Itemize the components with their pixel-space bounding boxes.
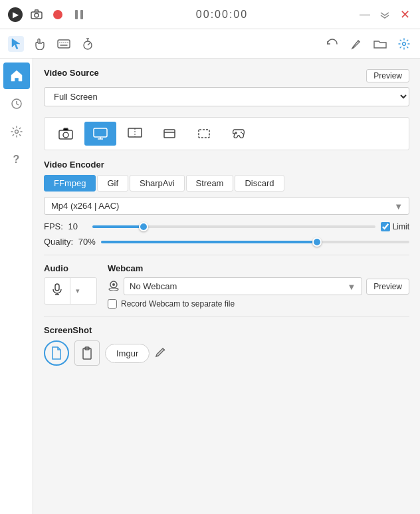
divider-1 <box>44 255 409 255</box>
pen-icon[interactable] <box>348 36 364 52</box>
record-icon[interactable] <box>51 7 65 22</box>
tab-stream[interactable]: Stream <box>186 175 234 192</box>
svg-point-20 <box>63 132 68 138</box>
format-select[interactable]: Mp4 (x264 | AAC) Mp4 (x265 | AAC) Avi <box>44 197 409 215</box>
svg-point-37 <box>112 283 115 286</box>
collapse-button[interactable] <box>377 7 392 22</box>
source-icon-gamepad[interactable] <box>223 122 255 146</box>
titlebar: ▶ 00:00:00 — ✕ <box>0 0 420 29</box>
close-button[interactable]: ✕ <box>397 7 412 22</box>
tab-discard[interactable]: Discard <box>235 175 284 192</box>
source-icon-region[interactable] <box>188 122 220 146</box>
toolbar-right <box>324 36 412 52</box>
svg-point-18 <box>15 130 18 134</box>
quality-slider-thumb[interactable] <box>312 237 322 247</box>
settings-icon[interactable] <box>396 36 412 52</box>
quality-slider-fill <box>101 241 317 243</box>
video-source-preview-button[interactable]: Preview <box>366 69 409 82</box>
svg-rect-2 <box>75 10 78 19</box>
titlebar-controls: — ✕ <box>358 7 412 22</box>
screenshot-file-icon[interactable] <box>44 340 69 366</box>
video-source-title: Video Source <box>44 68 99 78</box>
quality-slider-track[interactable] <box>101 241 409 243</box>
sidebar-item-help[interactable]: ? <box>3 146 30 173</box>
video-encoder-title: Video Encoder <box>44 160 409 170</box>
timer-tool[interactable] <box>80 36 96 52</box>
screenshot-title: ScreenShot <box>44 325 409 335</box>
svg-marker-4 <box>12 39 20 49</box>
toolbar-left <box>8 36 319 52</box>
tab-gif[interactable]: Gif <box>97 175 128 192</box>
svg-rect-33 <box>55 284 59 291</box>
fps-limit-row: Limit <box>381 222 409 231</box>
webcam-title: Webcam <box>108 263 409 273</box>
video-source-header: Video Source Preview <box>44 68 409 83</box>
svg-rect-26 <box>164 130 175 138</box>
keyboard-tool[interactable] <box>56 36 72 52</box>
svg-point-1 <box>35 13 39 17</box>
app-icon-symbol: ▶ <box>13 10 19 19</box>
pause-icon[interactable] <box>72 7 86 22</box>
cursor-tool[interactable] <box>8 36 24 52</box>
webcam-select[interactable]: No Webcam Default Webcam <box>124 277 362 295</box>
audio-title: Audio <box>44 263 97 273</box>
webcam-section: Webcam No Webcam Default Webcam <box>108 263 409 309</box>
content-area: Video Source Preview Full Screen <box>33 59 420 514</box>
hand-tool[interactable] <box>32 36 48 52</box>
sidebar-item-home[interactable] <box>3 63 30 89</box>
fps-label: FPS: 10 <box>44 221 87 231</box>
quality-slider-row: Quality: 70% <box>44 237 409 247</box>
fps-slider-fill <box>92 225 144 228</box>
svg-rect-3 <box>80 10 83 19</box>
audio-dropdown-button[interactable]: ▾ <box>70 281 85 301</box>
main-layout: ? Video Source Preview Full Screen <box>0 59 420 514</box>
svg-line-14 <box>88 43 90 45</box>
encoder-tabs: FFmpeg Gif SharpAvi Stream Discard <box>44 175 409 192</box>
source-icon-display[interactable] <box>119 122 151 146</box>
minimize-button[interactable]: — <box>358 7 372 22</box>
audio-mic-button[interactable] <box>45 278 70 304</box>
screenshot-imgur-button[interactable]: Imgur <box>105 344 150 363</box>
timer-display: 00:00:00 <box>93 9 351 21</box>
tab-sharpavi[interactable]: SharpAvi <box>130 175 185 192</box>
audio-btn-row: ▾ <box>44 277 97 305</box>
audio-section: Audio ▾ <box>44 263 97 305</box>
sidebar-item-history[interactable] <box>3 90 30 117</box>
folder-icon[interactable] <box>372 36 388 52</box>
svg-rect-28 <box>199 130 209 138</box>
webcam-checkbox-row: Record Webcam to separate file <box>108 299 409 309</box>
video-source-select[interactable]: Full Screen <box>44 87 409 106</box>
tab-ffmpeg[interactable]: FFmpeg <box>44 175 96 192</box>
source-icon-window[interactable] <box>154 122 185 146</box>
quality-value: 70% <box>78 237 96 247</box>
sidebar: ? <box>0 59 33 514</box>
fps-slider-track[interactable] <box>92 225 375 228</box>
webcam-preview-button[interactable]: Preview <box>366 279 409 295</box>
svg-point-16 <box>403 42 406 45</box>
webcam-select-row: No Webcam Default Webcam ▼ Preview <box>108 277 409 295</box>
webcam-separate-file-checkbox[interactable] <box>108 299 117 309</box>
screenshot-clipboard-icon[interactable] <box>74 340 100 366</box>
audio-webcam-row: Audio ▾ Webcam <box>44 263 409 309</box>
titlebar-left-icons: ▶ <box>8 7 86 22</box>
format-select-wrapper: Mp4 (x264 | AAC) Mp4 (x265 | AAC) Avi ▼ <box>44 197 409 215</box>
screenshot-icons-row: Imgur <box>44 340 409 366</box>
source-icon-monitor[interactable] <box>84 122 116 146</box>
webcam-icon <box>108 280 120 293</box>
sidebar-item-settings[interactable] <box>3 118 30 145</box>
fps-slider-row: FPS: 10 Limit <box>44 221 409 231</box>
svg-rect-21 <box>94 128 107 137</box>
quality-label: Quality: 70% <box>44 237 96 247</box>
webcam-separate-file-label: Record Webcam to separate file <box>121 299 235 309</box>
fps-limit-checkbox[interactable] <box>381 222 390 231</box>
camera-icon[interactable] <box>29 7 44 22</box>
refresh-icon[interactable] <box>324 36 340 52</box>
fps-value: 10 <box>68 221 78 231</box>
fps-limit-label: Limit <box>393 222 409 231</box>
source-icon-camera[interactable] <box>50 122 82 146</box>
svg-point-32 <box>242 133 243 134</box>
divider-2 <box>44 317 409 317</box>
svg-point-31 <box>241 132 242 133</box>
screenshot-edit-icon[interactable] <box>155 346 167 361</box>
fps-slider-thumb[interactable] <box>139 222 148 231</box>
